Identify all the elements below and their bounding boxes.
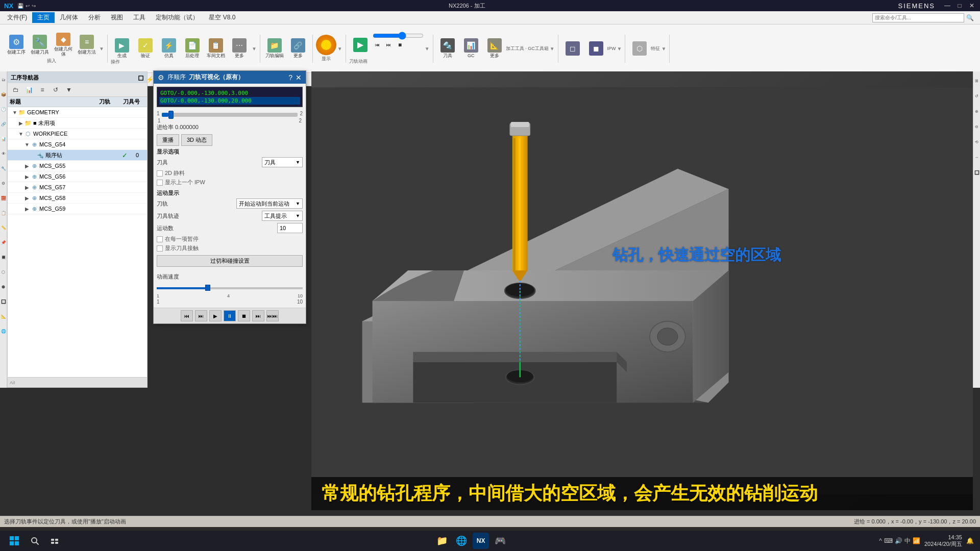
left-icon-11[interactable]: 📏 (0, 220, 7, 235)
anim-btn4[interactable]: ⏹ (395, 40, 405, 50)
ipw-btn2[interactable]: ◼ (585, 36, 607, 61)
more-ops-btn[interactable]: ⋯ 更多 (228, 36, 251, 61)
feature-btn[interactable]: ⬡ (628, 36, 651, 61)
menu-geometry[interactable]: 几何体 (55, 12, 83, 23)
panel-collapse-btn[interactable]: ◻ (138, 73, 144, 82)
right-icon-6[interactable]: ↔ (973, 150, 980, 164)
menu-analysis[interactable]: 分析 (83, 12, 106, 23)
minimize-button[interactable]: — (943, 2, 951, 10)
nc-btn2[interactable]: 🔗 更多 (287, 36, 309, 61)
progress-thumb[interactable] (168, 111, 174, 119)
play-next-btn[interactable]: ⏭ (252, 310, 264, 321)
tree-row-mcs-g57[interactable]: ▶ ⊕ MCS_G57 (8, 182, 147, 193)
checkbox-2d-box[interactable] (157, 170, 163, 177)
ipw-btn1[interactable]: ◻ (561, 36, 584, 61)
toolbox-btn2[interactable]: 📊 GC (460, 36, 482, 61)
replay-btn[interactable]: 重播 (157, 134, 179, 146)
workorder-btn[interactable]: 📋 车间文档 (205, 36, 227, 61)
left-icon-10[interactable]: 📋 (0, 206, 7, 220)
start-button[interactable] (6, 533, 22, 549)
taskbar-nx[interactable]: NX (473, 533, 489, 549)
tray-lang[interactable]: 中 (904, 537, 911, 545)
3d-dynamic-btn[interactable]: 3D 动态 (181, 134, 212, 146)
right-icon-5[interactable]: ⟲ (973, 135, 980, 149)
expander-mcs-g58[interactable]: ▶ (24, 195, 30, 201)
play-play-btn[interactable]: ▶ (209, 310, 222, 321)
right-icon-1[interactable]: ⊞ (973, 73, 980, 88)
left-icon-14[interactable]: ⬡ (0, 265, 7, 279)
right-icon-2[interactable]: ↺ (973, 89, 980, 103)
animation-speed-slider[interactable] (373, 33, 424, 39)
search-input[interactable] (872, 13, 964, 22)
verify-btn[interactable]: ✓ 验证 (134, 36, 157, 61)
tree-row-mcs-g59[interactable]: ▶ ⊕ MCS_G59 (8, 204, 147, 214)
quick-access-save[interactable]: 💾 (17, 3, 23, 9)
right-icon-7[interactable]: 🔲 (973, 165, 980, 180)
panel-tb-btn5[interactable]: ▼ (63, 84, 75, 95)
checkbox-contact-box[interactable] (157, 245, 163, 252)
anim-play-btn[interactable]: ▶ (349, 33, 372, 57)
left-icon-17[interactable]: 📐 (0, 309, 7, 323)
postprocess-btn[interactable]: 📄 后处理 (181, 36, 204, 61)
display-sphere-btn[interactable] (316, 35, 336, 55)
menu-view[interactable]: 视图 (106, 12, 128, 23)
expander-geometry[interactable]: ▼ (12, 110, 18, 115)
menu-home[interactable]: 主页 (32, 12, 55, 23)
dialog-help-btn[interactable]: ? (288, 73, 292, 82)
create-operation-btn[interactable]: ⚙ 创建工序 (5, 33, 28, 57)
tree-row-geometry[interactable]: ▼ 📁 GEOMETRY (8, 107, 147, 118)
toolbox-btn3[interactable]: 📐 更多 (483, 36, 506, 61)
panel-tb-btn3[interactable]: ≡ (36, 84, 48, 95)
create-tool-btn[interactable]: 🔧 创建刀具 (29, 33, 51, 57)
menu-custom[interactable]: 定制功能（试） (151, 12, 204, 23)
left-icon-4[interactable]: 🔗 (0, 117, 7, 131)
tray-keyboard[interactable]: ⌨ (884, 537, 893, 544)
motion-tool-dropdown[interactable]: 开始运动到当前运动 ▼ (236, 198, 303, 209)
expander-workpiece[interactable]: ▼ (18, 131, 24, 137)
left-icon-16[interactable]: 🔲 (0, 294, 7, 309)
motion-path-dropdown[interactable]: 工具提示 ▼ (262, 211, 303, 221)
taskbar-explorer[interactable]: 📁 (434, 533, 450, 549)
anim-btn2[interactable]: ⏮ (373, 40, 383, 50)
left-icon-2[interactable]: 📦 (0, 87, 7, 102)
menu-starspace[interactable]: 星空 V8.0 (204, 12, 240, 23)
expander-mcs-g59[interactable]: ▶ (24, 206, 30, 212)
quick-access-redo[interactable]: ↪ (32, 3, 36, 9)
checkbox-ipw-box[interactable] (157, 180, 163, 186)
close-button[interactable]: ✕ (968, 2, 976, 10)
right-icon-3[interactable]: ⊕ (973, 104, 980, 118)
taskbar-other[interactable]: 🎮 (492, 533, 508, 549)
tool-dropdown[interactable]: 刀具 ▼ (262, 157, 303, 167)
toolbox-btn1[interactable]: 🔩 刀具 (436, 36, 459, 61)
tray-wifi[interactable]: 📶 (913, 537, 920, 544)
tree-row-shunxu[interactable]: 🔩 顺序钻 ✓ 0 (8, 150, 147, 161)
expander-unused[interactable]: ▶ (18, 120, 24, 126)
play-stop-btn[interactable]: ⏹ (238, 310, 250, 321)
left-icon-6[interactable]: 👁 (0, 146, 7, 161)
simulate-btn[interactable]: ⚡ 仿真 (158, 36, 180, 61)
panel-tb-btn2[interactable]: 📊 (23, 84, 35, 95)
notification-btn[interactable]: 🔔 (966, 537, 974, 544)
overcutting-btn[interactable]: 过切和碰撞设置 (157, 255, 303, 267)
tree-row-workpiece[interactable]: ▼ ⬡ WORKPIECE (8, 129, 147, 139)
left-icon-7[interactable]: 🔧 (0, 161, 7, 176)
tray-arrow[interactable]: ^ (879, 537, 882, 544)
create-method-btn[interactable]: ≡ 创建方法 (76, 33, 98, 57)
play-first-btn[interactable]: ⏮ (181, 310, 193, 321)
right-icon-4[interactable]: ⊖ (973, 119, 980, 134)
search-icon[interactable]: 🔍 (966, 14, 974, 21)
taskbar-chrome[interactable]: 🌐 (453, 533, 470, 549)
expander-mcs-g54[interactable]: ▼ (24, 142, 30, 147)
tree-row-mcs-g56[interactable]: ▶ ⊕ MCS_G56 (8, 171, 147, 182)
left-icon-1[interactable]: 🗂 (0, 72, 7, 87)
3d-viewport[interactable]: 钻孔，快速通过空的区域 常规的钻孔程序，中间借大的空区域，会产生无效的钻削运动 (311, 71, 973, 510)
anim-btn3[interactable]: ⏭ (384, 40, 394, 50)
left-icon-12[interactable]: 📌 (0, 235, 7, 249)
tree-row-unused[interactable]: ▶ 📁 ■ 未用项 (8, 118, 147, 129)
tree-row-mcs-g55[interactable]: ▶ ⊕ MCS_G55 (8, 161, 147, 171)
expander-mcs-g55[interactable]: ▶ (24, 163, 30, 169)
tray-volume[interactable]: 🔊 (895, 537, 902, 544)
left-icon-5[interactable]: 📊 (0, 132, 7, 146)
left-icon-13[interactable]: 🔳 (0, 250, 7, 264)
menu-tools[interactable]: 工具 (128, 12, 151, 23)
